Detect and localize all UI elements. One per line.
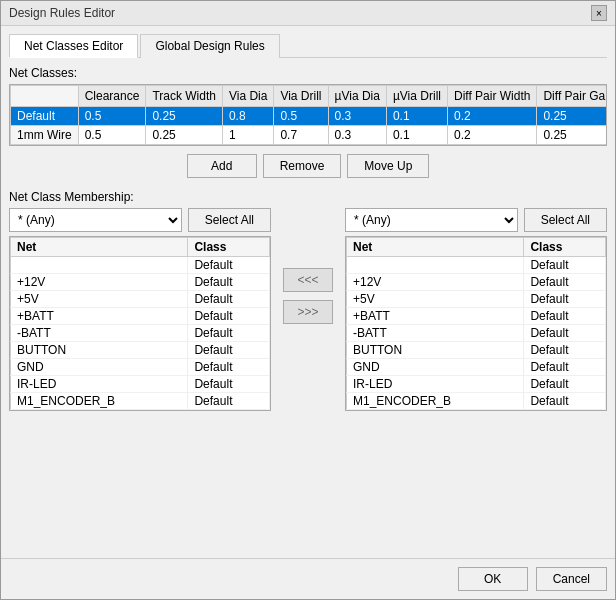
membership-row: * (Any) Select All Net Class — [9, 208, 607, 550]
list-item[interactable]: Default — [347, 257, 606, 274]
left-net-table: Net Class Default+12VDefault+5VDefault+B… — [10, 237, 270, 410]
class-cell: Default — [188, 308, 270, 325]
transfer-left-button[interactable]: <<< — [283, 268, 333, 292]
remove-button[interactable]: Remove — [263, 154, 342, 178]
row-diff-pair-gap-1mm: 0.25 — [537, 126, 607, 145]
list-item[interactable]: +5VDefault — [347, 291, 606, 308]
net-classes-table: Clearance Track Width Via Dia Via Drill … — [10, 85, 607, 145]
list-item[interactable]: GNDDefault — [347, 359, 606, 376]
net-cell — [11, 257, 188, 274]
list-item[interactable]: BUTTONDefault — [11, 342, 270, 359]
membership-left-panel: * (Any) Select All Net Class — [9, 208, 271, 411]
tab-net-classes[interactable]: Net Classes Editor — [9, 34, 138, 58]
row-clearance-1mm: 0.5 — [78, 126, 146, 145]
list-item[interactable]: -BATTDefault — [11, 325, 270, 342]
right-select-all-button[interactable]: Select All — [524, 208, 607, 232]
col-header-track-width: Track Width — [146, 86, 223, 107]
row-via-dia-1mm: 1 — [222, 126, 273, 145]
list-item[interactable]: BUTTONDefault — [347, 342, 606, 359]
class-cell: Default — [524, 342, 606, 359]
ok-button[interactable]: OK — [458, 567, 528, 591]
net-cell: +BATT — [347, 308, 524, 325]
net-cell: GND — [11, 359, 188, 376]
row-uvia-drill-default: 0.1 — [386, 107, 447, 126]
class-cell: Default — [188, 325, 270, 342]
transfer-column: <<< >>> — [279, 268, 337, 324]
left-col-net: Net — [11, 238, 188, 257]
col-header-via-drill: Via Drill — [274, 86, 328, 107]
list-item[interactable]: -BATTDefault — [347, 325, 606, 342]
net-cell: GND — [347, 359, 524, 376]
membership-section: Net Class Membership: * (Any) Select All — [9, 190, 607, 550]
list-item[interactable]: M1_ENCODER_BDefault — [11, 393, 270, 410]
cancel-button[interactable]: Cancel — [536, 567, 607, 591]
right-net-table: Net Class Default+12VDefault+5VDefault+B… — [346, 237, 606, 410]
title-bar: Design Rules Editor × — [1, 1, 615, 26]
list-item[interactable]: +5VDefault — [11, 291, 270, 308]
class-cell: Default — [524, 359, 606, 376]
net-classes-label: Net Classes: — [9, 66, 607, 80]
class-cell: Default — [524, 393, 606, 410]
design-rules-dialog: Design Rules Editor × Net Classes Editor… — [0, 0, 616, 600]
col-header-name — [11, 86, 79, 107]
net-cell: +5V — [11, 291, 188, 308]
left-select-all-button[interactable]: Select All — [188, 208, 271, 232]
right-col-class: Class — [524, 238, 606, 257]
net-classes-table-wrapper: Clearance Track Width Via Dia Via Drill … — [9, 84, 607, 146]
net-cell: -BATT — [11, 325, 188, 342]
list-item[interactable]: Default — [11, 257, 270, 274]
net-cell: +5V — [347, 291, 524, 308]
right-dropdown[interactable]: * (Any) — [345, 208, 518, 232]
list-item[interactable]: IR-LEDDefault — [11, 376, 270, 393]
net-cell: +12V — [347, 274, 524, 291]
close-button[interactable]: × — [591, 5, 607, 21]
class-cell: Default — [524, 291, 606, 308]
list-item[interactable]: +12VDefault — [347, 274, 606, 291]
class-cell: Default — [524, 308, 606, 325]
tab-global-design-rules[interactable]: Global Design Rules — [140, 34, 279, 58]
dialog-footer: OK Cancel — [1, 558, 615, 599]
left-dropdown[interactable]: * (Any) — [9, 208, 182, 232]
row-uvia-dia-1mm: 0.3 — [328, 126, 386, 145]
net-cell: M1_ENCODER_B — [347, 393, 524, 410]
row-via-dia-default: 0.8 — [222, 107, 273, 126]
row-name-default: Default — [11, 107, 79, 126]
net-cell: BUTTON — [347, 342, 524, 359]
row-track-width-1mm: 0.25 — [146, 126, 223, 145]
list-item[interactable]: +12VDefault — [11, 274, 270, 291]
list-item[interactable]: GNDDefault — [11, 359, 270, 376]
list-item[interactable]: +BATTDefault — [347, 308, 606, 325]
table-row[interactable]: Default 0.5 0.25 0.8 0.5 0.3 0.1 0.2 0.2… — [11, 107, 608, 126]
row-diff-pair-gap-default: 0.25 — [537, 107, 607, 126]
class-cell: Default — [524, 257, 606, 274]
net-class-buttons: Add Remove Move Up — [9, 154, 607, 178]
class-cell: Default — [188, 274, 270, 291]
class-cell: Default — [188, 291, 270, 308]
net-cell — [347, 257, 524, 274]
net-classes-section: Net Classes: Clearance Track Width Via D… — [9, 66, 607, 146]
class-cell: Default — [524, 325, 606, 342]
membership-right-panel: * (Any) Select All Net Class — [345, 208, 607, 411]
right-col-net: Net — [347, 238, 524, 257]
left-list-box[interactable]: Net Class Default+12VDefault+5VDefault+B… — [9, 236, 271, 411]
list-item[interactable]: +BATTDefault — [11, 308, 270, 325]
class-cell: Default — [188, 393, 270, 410]
add-button[interactable]: Add — [187, 154, 257, 178]
col-header-diff-pair-width: Diff Pair Width — [447, 86, 536, 107]
class-cell: Default — [188, 342, 270, 359]
col-header-clearance: Clearance — [78, 86, 146, 107]
net-cell: IR-LED — [347, 376, 524, 393]
class-cell: Default — [524, 376, 606, 393]
net-cell: +BATT — [11, 308, 188, 325]
list-item[interactable]: M1_ENCODER_BDefault — [347, 393, 606, 410]
transfer-right-button[interactable]: >>> — [283, 300, 333, 324]
col-header-diff-pair-gap: Diff Pair Gap — [537, 86, 607, 107]
table-row[interactable]: 1mm Wire 0.5 0.25 1 0.7 0.3 0.1 0.2 0.25 — [11, 126, 608, 145]
row-name-1mm: 1mm Wire — [11, 126, 79, 145]
list-item[interactable]: IR-LEDDefault — [347, 376, 606, 393]
row-via-drill-1mm: 0.7 — [274, 126, 328, 145]
right-list-box[interactable]: Net Class Default+12VDefault+5VDefault+B… — [345, 236, 607, 411]
move-up-button[interactable]: Move Up — [347, 154, 429, 178]
right-panel-top: * (Any) Select All — [345, 208, 607, 232]
net-cell: IR-LED — [11, 376, 188, 393]
